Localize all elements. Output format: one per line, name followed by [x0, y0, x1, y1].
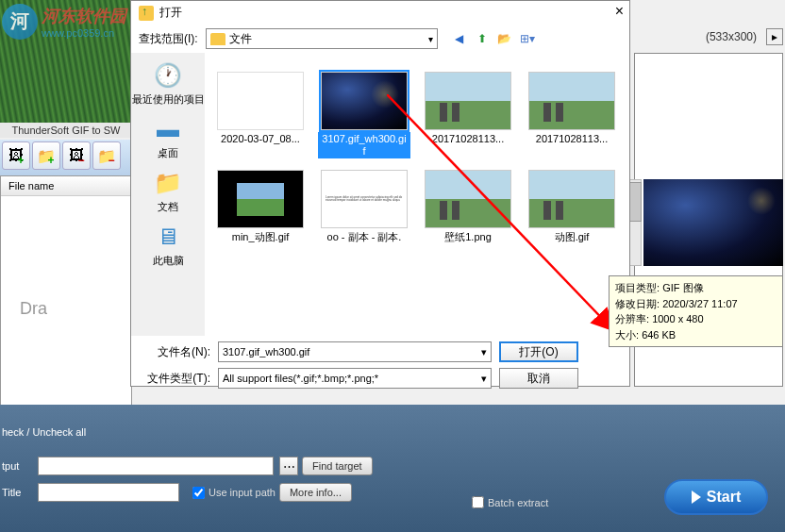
file-list-header: File name — [1, 176, 131, 196]
path-label: 查找范围(I): — [139, 31, 198, 47]
find-target-button[interactable]: Find target — [302, 457, 373, 475]
more-info-button[interactable]: More info... — [279, 483, 352, 502]
open-dialog: × 打开 查找范围(I): 文件 ▾ ◀ ⬆ 📂 ⊞▾ 🕐 最近使用的项目 ▬ … — [130, 0, 630, 387]
filetype-dropdown[interactable]: All support files(*.gif;*.bmp;*.png;* ▾ — [218, 368, 492, 389]
folder-icon — [210, 33, 225, 45]
preview-toggle-button[interactable]: ▸ — [766, 28, 783, 45]
file-item[interactable]: 壁纸1.png — [422, 170, 514, 244]
dialog-title-bar: 打开 — [131, 1, 629, 25]
app-toolbar: 🖼 📁 🖼 📁 — [0, 140, 132, 175]
pc-icon: 🖥 — [153, 222, 183, 252]
sidebar-thispc[interactable]: 🖥 此电脑 — [153, 222, 184, 268]
back-icon[interactable]: ◀ — [451, 30, 468, 47]
output-browse-button[interactable]: ⋯ — [279, 457, 298, 475]
check-all-label[interactable]: heck / Uncheck all — [2, 426, 86, 438]
file-thumbnail — [528, 170, 615, 228]
file-thumbnail — [217, 170, 304, 228]
output-label: tput — [0, 460, 38, 472]
file-thumbnail — [528, 72, 615, 130]
start-button[interactable]: Start — [664, 479, 768, 515]
drag-hint: Dra — [20, 299, 47, 319]
preview-dimensions: (533x300) — [706, 30, 757, 43]
title-input[interactable] — [38, 483, 179, 502]
filename-label: 文件名(N): — [141, 344, 210, 360]
file-thumbnail: Lorem ipsum dolor sit amet consectetur a… — [321, 170, 408, 228]
chevron-down-icon[interactable]: ▾ — [481, 373, 487, 385]
dialog-sidebar: 🕐 最近使用的项目 ▬ 桌面 📁 文档 🖥 此电脑 — [131, 53, 205, 336]
documents-icon: 📁 — [153, 168, 183, 198]
file-list: File name Dra — [0, 175, 132, 407]
dialog-close-button[interactable]: × — [615, 3, 624, 20]
open-button[interactable]: 打开(O) — [499, 341, 578, 362]
file-item[interactable]: 20171028113... — [422, 72, 514, 158]
add-file-button[interactable]: 🖼 — [2, 141, 30, 170]
file-tooltip: 项目类型: GIF 图像 修改日期: 2020/3/27 11:07 分辨率: … — [609, 275, 783, 347]
file-browser[interactable]: 2020-03-07_08... 3107.gif_wh300.gif 2017… — [205, 53, 629, 336]
output-input[interactable] — [38, 457, 274, 475]
sidebar-documents[interactable]: 📁 文档 — [153, 168, 183, 214]
watermark-url: www.pc0359.cn — [42, 27, 126, 39]
file-item[interactable]: 动图.gif — [526, 170, 618, 244]
add-folder-button[interactable]: 📁 — [32, 141, 60, 170]
dialog-title: 打开 — [159, 5, 182, 21]
view-menu-icon[interactable]: ⊞▾ — [519, 30, 536, 47]
bottom-panel: heck / Uncheck all tput ⋯ Find target Ti… — [0, 405, 785, 532]
file-thumbnail — [425, 170, 511, 228]
preview-image — [643, 179, 783, 266]
file-thumbnail — [217, 72, 304, 130]
filename-input[interactable]: 3107.gif_wh300.gif ▾ — [218, 341, 492, 362]
remove-file-button[interactable]: 🖼 — [62, 141, 91, 170]
watermark-icon: 河 — [2, 4, 38, 40]
use-input-path-checkbox[interactable]: Use input path — [192, 487, 276, 499]
file-item[interactable]: 2020-03-07_08... — [214, 72, 307, 158]
chevron-down-icon[interactable]: ▾ — [481, 346, 487, 358]
desktop-icon: ▬ — [153, 114, 183, 144]
recent-icon: 🕐 — [153, 60, 183, 91]
file-item[interactable]: Lorem ipsum dolor sit amet consectetur a… — [318, 170, 410, 244]
sidebar-desktop[interactable]: ▬ 桌面 — [153, 114, 183, 160]
sidebar-recent[interactable]: 🕐 最近使用的项目 — [132, 60, 205, 107]
start-arrow-icon — [692, 490, 701, 504]
file-item[interactable]: 20171028113... — [526, 72, 618, 158]
file-item-selected[interactable]: 3107.gif_wh300.gif — [318, 72, 410, 158]
batch-extract-checkbox[interactable]: Batch extract — [472, 496, 548, 508]
up-icon[interactable]: ⬆ — [474, 30, 491, 47]
file-item[interactable]: min_动图.gif — [214, 170, 307, 244]
app-title: ThunderSoft GIF to SW — [0, 123, 132, 138]
filetype-label: 文件类型(T): — [141, 371, 210, 387]
chevron-down-icon: ▾ — [428, 34, 433, 44]
watermark-main: 河东软件园 — [42, 5, 126, 27]
use-input-path-check[interactable] — [192, 487, 205, 499]
remove-all-button[interactable]: 📁 — [92, 141, 121, 170]
open-icon — [139, 6, 154, 21]
file-thumbnail — [425, 72, 511, 130]
title-label: Title — [0, 487, 38, 498]
watermark-logo: 河 河东软件园 www.pc0359.cn — [0, 0, 132, 42]
cancel-button[interactable]: 取消 — [499, 368, 578, 389]
file-thumbnail — [321, 72, 408, 130]
path-dropdown[interactable]: 文件 ▾ — [206, 28, 438, 49]
batch-extract-check[interactable] — [472, 496, 484, 508]
new-folder-icon[interactable]: 📂 — [496, 30, 513, 47]
